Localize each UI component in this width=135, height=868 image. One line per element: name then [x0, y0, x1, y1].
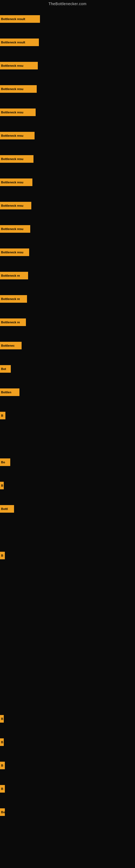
bottleneck-bar-10: Bottleneck resu	[0, 248, 29, 256]
bottleneck-bar-21: B	[0, 552, 5, 559]
bottleneck-label-3: Bottleneck resu	[1, 87, 24, 91]
bottleneck-label-19: B	[1, 484, 3, 487]
bottleneck-bar-7: Bottleneck resu	[0, 179, 32, 186]
bottleneck-label-2: Bottleneck resu	[1, 64, 24, 67]
bottleneck-label-13: Bottleneck re	[1, 321, 20, 324]
bottleneck-label-7: Bottleneck resu	[1, 181, 24, 184]
bottleneck-label-12: Bottleneck re	[1, 297, 20, 301]
bottleneck-bar-25: B	[0, 785, 5, 793]
bottleneck-bar-3: Bottleneck resu	[0, 85, 37, 93]
bottleneck-bar-6: Bottleneck resu	[0, 155, 34, 163]
bottleneck-label-6: Bottleneck resu	[1, 157, 24, 161]
bottleneck-bar-18: Bo	[0, 458, 10, 466]
bottleneck-bar-26: Bo	[0, 808, 5, 816]
bottleneck-label-10: Bottleneck resu	[1, 251, 24, 254]
bottleneck-label-26: Bo	[1, 810, 5, 814]
bottleneck-label-18: Bo	[1, 461, 5, 464]
bottleneck-bar-9: Bottleneck resu	[0, 225, 30, 233]
bottleneck-label-24: B	[1, 764, 3, 767]
bottleneck-bar-24: B	[0, 762, 5, 769]
bottleneck-bar-19: B	[0, 482, 4, 489]
bottleneck-label-14: Bottlenec	[1, 344, 14, 347]
bottleneck-bar-1: Bottleneck result	[0, 38, 39, 46]
bottleneck-label-22: B	[1, 717, 3, 720]
bottleneck-label-8: Bottleneck resu	[1, 204, 24, 207]
bottleneck-bar-2: Bottleneck resu	[0, 62, 38, 69]
bottleneck-bar-20: Bottl	[0, 505, 14, 513]
bottleneck-bar-17: B	[0, 412, 5, 420]
bottleneck-label-23: B	[1, 741, 3, 744]
bottleneck-label-21: B	[1, 554, 3, 557]
bottleneck-bar-4: Bottleneck resu	[0, 108, 36, 116]
bottleneck-bar-14: Bottlenec	[0, 342, 21, 349]
bottleneck-bar-16: Bottlen	[0, 389, 19, 396]
bottleneck-bar-13: Bottleneck re	[0, 318, 26, 326]
bottleneck-label-1: Bottleneck result	[1, 41, 25, 44]
bottleneck-bar-15: Bot	[0, 365, 11, 373]
bottleneck-bar-12: Bottleneck re	[0, 295, 27, 303]
bottleneck-label-17: B	[1, 414, 3, 417]
bottleneck-label-16: Bottlen	[1, 391, 11, 394]
bottleneck-label-4: Bottleneck resu	[1, 111, 24, 114]
bottleneck-bar-11: Bottleneck re	[0, 272, 28, 279]
bottleneck-label-20: Bottl	[1, 507, 8, 510]
bottleneck-bar-22: B	[0, 715, 4, 723]
bottleneck-label-15: Bot	[1, 367, 6, 371]
bottleneck-label-5: Bottleneck resu	[1, 134, 24, 137]
bottleneck-bar-0: Bottleneck result	[0, 15, 40, 23]
bottleneck-bar-8: Bottleneck resu	[0, 202, 31, 209]
site-title: TheBottlenecker.com	[0, 0, 135, 7]
bottleneck-label-9: Bottleneck resu	[1, 227, 24, 230]
bottleneck-bar-5: Bottleneck resu	[0, 132, 35, 140]
bottleneck-bar-23: B	[0, 738, 4, 746]
bottleneck-label-11: Bottleneck re	[1, 274, 20, 277]
bottleneck-label-0: Bottleneck result	[1, 18, 25, 21]
bottleneck-label-25: B	[1, 787, 3, 790]
